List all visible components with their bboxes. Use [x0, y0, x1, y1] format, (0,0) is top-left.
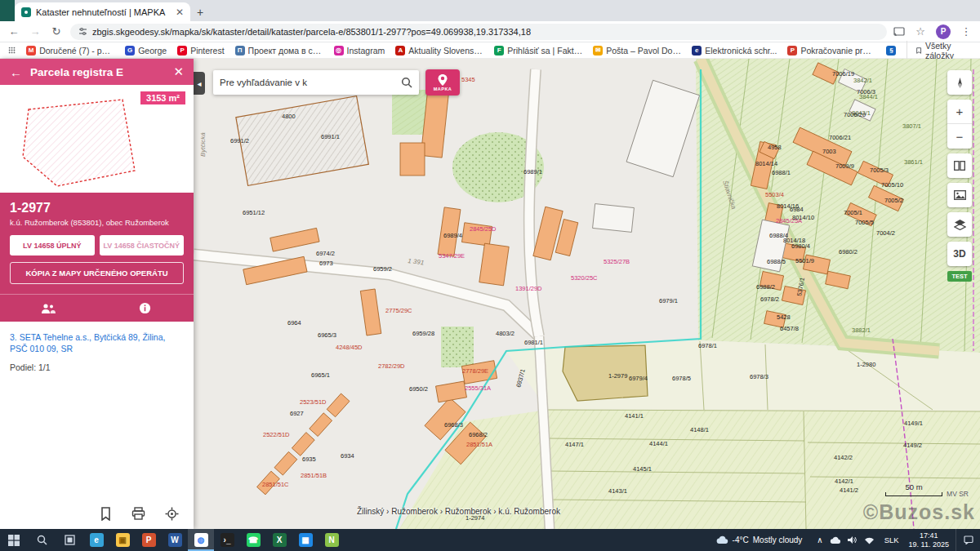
- tab-favicon-icon: [21, 7, 31, 17]
- 3d-button[interactable]: 3D: [947, 242, 972, 266]
- mapka-logo-text: MAPKA: [434, 87, 452, 91]
- mapka-logo[interactable]: MAPKA: [425, 69, 460, 96]
- bookmark-item[interactable]: §23/2025 Z.z. - Stave...: [886, 46, 895, 56]
- parcel-label: 6978/1: [698, 342, 717, 349]
- map-breadcrumb[interactable]: Žilinský › Ružomberok › Ružomberok › k.ú…: [357, 507, 560, 516]
- layers-button[interactable]: [947, 212, 972, 237]
- cast-icon[interactable]: [893, 27, 905, 37]
- owner-link[interactable]: 3. SETA Tehelne a.s., Bytčická 89, Žilin…: [10, 331, 184, 354]
- parcel-label: 5503/4: [765, 191, 784, 198]
- taskbar-search[interactable]: [28, 529, 56, 551]
- forward-icon[interactable]: →: [28, 25, 42, 38]
- zoom-in-button[interactable]: +: [947, 100, 972, 124]
- taskbar-apps: e▣PW◍›_☎X▦N: [83, 529, 345, 551]
- network-icon[interactable]: [864, 536, 875, 544]
- lv-full-button[interactable]: LV 14658 ÚPLNÝ: [10, 235, 95, 256]
- taskbar-powerpoint[interactable]: P: [136, 529, 162, 551]
- parcel-label: 6979/4: [629, 375, 648, 382]
- parcel-label: 8014/10: [792, 214, 814, 221]
- powerpoint-icon: P: [142, 533, 156, 547]
- parcel-label: 6950/2: [409, 385, 428, 393]
- taskbar-word[interactable]: W: [162, 529, 188, 551]
- close-icon[interactable]: ✕: [173, 64, 184, 79]
- parcel-label: 6980/2: [839, 248, 858, 256]
- taskbar-weather[interactable]: -4°C Mostly cloudy: [708, 535, 811, 544]
- parcel-label: 6988/2: [756, 283, 775, 291]
- parcel-preview: 3153 m²: [0, 85, 194, 193]
- bookmark-item[interactable]: PPokračovanie projek...: [787, 46, 875, 56]
- parcel-label: 6989/1: [523, 168, 542, 176]
- task-view-button[interactable]: [56, 529, 83, 551]
- tab-strip: Kataster nehnuteľností | MAPKA ✕ +: [0, 0, 980, 21]
- lv-partial-button[interactable]: LV 14658 ČIASTOČNÝ: [100, 235, 185, 256]
- bookmark-item[interactable]: FPrihlásiť sa | Faktúry...: [494, 46, 582, 56]
- taskbar: e▣PW◍›_☎X▦N -4°C Mostly cloudy ∧ SLK 17:…: [0, 529, 980, 551]
- search-icon[interactable]: [401, 77, 412, 88]
- parcel-label: 7005/5: [855, 219, 874, 226]
- map-attribution: MV SR: [947, 490, 969, 498]
- reload-icon[interactable]: ↻: [49, 25, 64, 38]
- panel-collapse-button[interactable]: ◂: [194, 72, 205, 95]
- parcel-label: 4800: [282, 113, 296, 120]
- compass-button[interactable]: [947, 70, 972, 95]
- parcel-panel: ← Parcela registra E ✕ 3153 m² 1-2977: [0, 59, 194, 529]
- back-arrow-icon[interactable]: ←: [10, 65, 22, 79]
- notification-center-button[interactable]: [956, 529, 980, 551]
- taskbar-whatsapp[interactable]: ☎: [240, 529, 266, 551]
- windows-icon: [8, 535, 20, 546]
- tray-chevron-icon[interactable]: ∧: [817, 535, 822, 544]
- browser-tab[interactable]: Kataster nehnuteľností | MAPKA ✕: [15, 2, 190, 21]
- start-button[interactable]: [0, 529, 28, 551]
- taskbar-notepad[interactable]: N: [318, 529, 345, 551]
- back-icon[interactable]: ←: [7, 25, 21, 38]
- taskbar-chrome[interactable]: ◍: [188, 529, 214, 551]
- bookmark-item[interactable]: AAktuality Slovensko...: [395, 46, 483, 56]
- tab-close-icon[interactable]: ✕: [176, 7, 184, 18]
- taskbar-excel[interactable]: X: [266, 529, 292, 551]
- menu-kebab-icon[interactable]: ⋮: [959, 25, 973, 38]
- parcel-label: 6968/3: [444, 421, 463, 429]
- system-tray[interactable]: ∧: [810, 535, 880, 544]
- zoom-out-button[interactable]: −: [947, 124, 972, 149]
- parcel-label: 7005/1: [844, 209, 862, 216]
- info-tab[interactable]: [97, 295, 194, 322]
- bookmark-item[interactable]: GGeorge: [125, 46, 167, 56]
- apps-grid-icon[interactable]: [8, 46, 16, 55]
- parcel-label: 6951/12: [243, 209, 265, 216]
- map-area[interactable]: 3842/13844/13843/13807/13861/13882/17006…: [194, 59, 980, 529]
- map-copy-button[interactable]: KÓPIA Z MAPY URČENÉHO OPERÁTU: [10, 262, 184, 284]
- onedrive-icon[interactable]: [830, 536, 841, 544]
- taskbar-clock[interactable]: 17:41 19. 11. 2025: [902, 531, 956, 549]
- locate-icon[interactable]: [165, 507, 179, 521]
- bookmark-item[interactable]: MDoručené (7) - palo...: [26, 46, 114, 56]
- taskbar-photos[interactable]: ▦: [292, 529, 318, 551]
- bookmark-item[interactable]: eElektronická schr...: [692, 46, 777, 56]
- taskbar-edge[interactable]: e: [83, 529, 109, 551]
- notepad-icon: N: [325, 533, 339, 547]
- clock-date: 19. 11. 2025: [909, 540, 949, 549]
- bookmark-star-icon[interactable]: ☆: [913, 25, 928, 38]
- language-indicator[interactable]: SLK: [881, 535, 902, 544]
- all-bookmarks-button[interactable]: Všetky záložky: [906, 41, 972, 60]
- bookmark-label: George: [138, 46, 167, 56]
- bookmark-item[interactable]: ✉Pošta – Pavol Dobro...: [593, 46, 681, 56]
- search-input[interactable]: [220, 78, 396, 87]
- bookmarks-list: MDoručené (7) - palo...GGeorgePPinterest…: [26, 46, 896, 56]
- volume-icon[interactable]: [848, 535, 858, 544]
- parcel-label: 6964: [287, 319, 301, 327]
- imagery-button[interactable]: [947, 183, 972, 207]
- map-search[interactable]: [213, 70, 419, 95]
- print-icon[interactable]: [131, 507, 145, 520]
- url-bar[interactable]: zbgis.skgeodesy.sk/mapka/sk/kataster/det…: [70, 24, 887, 40]
- bookmark-item[interactable]: ППроект дома в сти...: [235, 46, 323, 56]
- bookmark-icon[interactable]: [100, 507, 112, 521]
- new-tab-button[interactable]: +: [190, 2, 210, 21]
- taskbar-explorer[interactable]: ▣: [109, 529, 136, 551]
- owners-tab[interactable]: [0, 295, 97, 322]
- bookmark-item[interactable]: ◎Instagram: [334, 46, 385, 56]
- bookmark-item[interactable]: PPinterest: [177, 46, 224, 56]
- profile-avatar[interactable]: P: [936, 24, 951, 39]
- taskbar-terminal[interactable]: ›_: [214, 529, 240, 551]
- split-view-button[interactable]: [947, 153, 972, 178]
- parcel-label: 7006/21: [829, 134, 851, 141]
